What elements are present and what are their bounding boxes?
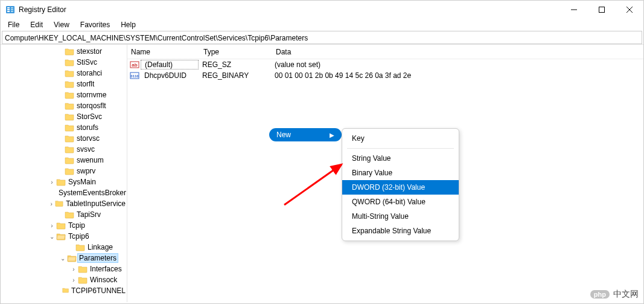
menu-file[interactable]: File <box>3 19 24 30</box>
tree-item-label: storqosflt <box>75 102 107 110</box>
tree-item-label: storflt <box>75 80 95 88</box>
tree-item[interactable]: storahci <box>1 68 127 79</box>
watermark-pill: php <box>590 290 610 299</box>
folder-icon <box>65 167 74 175</box>
folder-icon <box>65 145 74 154</box>
address-bar[interactable]: Computer\HKEY_LOCAL_MACHINE\SYSTEM\Curre… <box>2 31 642 44</box>
close-button[interactable] <box>616 1 643 19</box>
titlebar: Registry Editor <box>1 1 643 19</box>
tree-pane[interactable]: stexstorStiSvcstorahcistorfltstornvmesto… <box>1 45 127 302</box>
value-name: (Default) <box>141 60 199 70</box>
tree-item-label: Tcpip6 <box>67 232 91 241</box>
tree-item-label: SystemEventsBroker <box>57 189 127 197</box>
submenu-item[interactable]: Multi-String Value <box>342 209 459 224</box>
tree-expand-icon[interactable]: › <box>48 201 55 207</box>
main-area: stexstorStiSvcstorahcistorfltstornvmesto… <box>1 44 643 302</box>
folder-icon <box>65 134 74 143</box>
column-name[interactable]: Name <box>127 48 200 56</box>
tree-item-label: storvsc <box>75 134 101 143</box>
tree-item-label: Parameters <box>77 253 118 263</box>
svg-rect-6 <box>11 11 13 12</box>
folder-icon <box>65 156 74 164</box>
column-data[interactable]: Data <box>272 48 643 56</box>
tree-item[interactable]: TapiSrv <box>1 209 127 220</box>
tree-expand-icon[interactable]: ⌄ <box>59 255 67 262</box>
svg-rect-3 <box>7 11 10 12</box>
tree-item[interactable]: storflt <box>1 79 127 89</box>
folder-icon <box>65 80 74 88</box>
svg-text:0110: 0110 <box>130 74 139 78</box>
context-menu-new-label: New <box>276 131 291 139</box>
submenu-item[interactable]: Binary Value <box>342 166 459 180</box>
tree-item[interactable]: ⌄Parameters <box>1 253 127 264</box>
context-menu-new[interactable]: New ▶ <box>269 128 342 141</box>
tree-item[interactable]: stexstor <box>1 46 127 57</box>
tree-item-label: TapiSrv <box>75 210 102 219</box>
svg-text:ab: ab <box>132 62 137 68</box>
tree-expand-icon[interactable]: › <box>48 222 56 229</box>
svg-rect-5 <box>11 9 13 10</box>
value-row[interactable]: ab(Default)REG_SZ(value not set) <box>127 59 643 70</box>
tree-item[interactable]: ›Tcpip <box>1 220 127 231</box>
tree-item[interactable]: ›Winsock <box>1 274 127 285</box>
regedit-icon <box>5 5 15 15</box>
submenu-item[interactable]: Expandable String Value <box>342 224 459 238</box>
svg-rect-1 <box>7 7 10 8</box>
menu-favorites[interactable]: Favorites <box>75 19 115 30</box>
list-header: Name Type Data <box>127 45 643 59</box>
tree-item-label: Winsock <box>89 276 118 284</box>
menu-help[interactable]: Help <box>116 19 141 30</box>
tree-item[interactable]: swenum <box>1 155 127 166</box>
tree-expand-icon[interactable]: › <box>48 179 56 186</box>
tree-item[interactable]: storvsc <box>1 133 127 144</box>
folder-icon <box>78 276 88 284</box>
tree-item[interactable]: SystemEventsBroker <box>1 187 127 198</box>
value-type: REG_BINARY <box>199 71 271 80</box>
minimize-button[interactable] <box>560 1 588 19</box>
window-title: Registry Editor <box>19 5 560 14</box>
tree-item[interactable]: ›TabletInputService <box>1 198 127 209</box>
tree-item-label: svsvc <box>75 145 96 154</box>
tree-item[interactable]: ⌄Tcpip6 <box>1 231 127 242</box>
submenu-item[interactable]: Key <box>342 131 459 146</box>
tree-item[interactable]: svsvc <box>1 144 127 155</box>
tree-item[interactable]: ›SysMain <box>1 176 127 187</box>
submenu-item[interactable]: DWORD (32-bit) Value <box>342 180 459 195</box>
tree-item-label: swenum <box>75 156 105 164</box>
tree-item[interactable]: Linkage <box>1 242 127 253</box>
folder-icon <box>67 254 77 262</box>
tree-expand-icon[interactable]: › <box>69 277 78 283</box>
column-type[interactable]: Type <box>200 48 272 56</box>
tree-item[interactable]: StiSvc <box>1 57 127 68</box>
tree-item-label: storufs <box>75 123 100 132</box>
submenu-item[interactable]: String Value <box>342 151 459 166</box>
watermark: php 中文网 <box>590 289 639 300</box>
menubar: File Edit View Favorites Help <box>1 19 643 31</box>
tree-item[interactable]: swprv <box>1 166 127 176</box>
tree-item-label: swprv <box>75 167 97 175</box>
menu-view[interactable]: View <box>49 19 74 30</box>
list-pane[interactable]: Name Type Data ab(Default)REG_SZ(value n… <box>127 45 643 302</box>
tree-item[interactable]: TCPIP6TUNNEL <box>1 285 127 296</box>
tree-expand-icon[interactable]: ⌄ <box>48 233 56 240</box>
folder-icon <box>65 47 74 56</box>
maximize-button[interactable] <box>588 1 616 19</box>
value-row[interactable]: 0110Dhcpv6DUIDREG_BINARY00 01 00 01 2b 0… <box>127 70 643 81</box>
menu-edit[interactable]: Edit <box>25 19 48 30</box>
tree-item[interactable]: ›Interfaces <box>1 264 127 274</box>
tree-item[interactable]: storqosflt <box>1 100 127 111</box>
tree-item-label: storahci <box>75 69 103 77</box>
tree-expand-icon[interactable]: › <box>69 266 78 273</box>
tree-item[interactable]: stornvme <box>1 89 127 100</box>
window-controls <box>560 1 643 19</box>
tree-item[interactable]: StorSvc <box>1 111 127 122</box>
value-type-icon: 0110 <box>130 71 139 80</box>
tree-item[interactable]: storufs <box>1 122 127 133</box>
tree-item-label: Tcpip <box>67 221 86 230</box>
tree-item-label: stornvme <box>75 91 107 99</box>
submenu-item[interactable]: QWORD (64-bit) Value <box>342 195 459 209</box>
folder-icon <box>65 112 74 121</box>
tree-item-label: SysMain <box>67 178 97 186</box>
folder-icon <box>65 210 74 219</box>
tree-item-label: Interfaces <box>89 265 123 273</box>
